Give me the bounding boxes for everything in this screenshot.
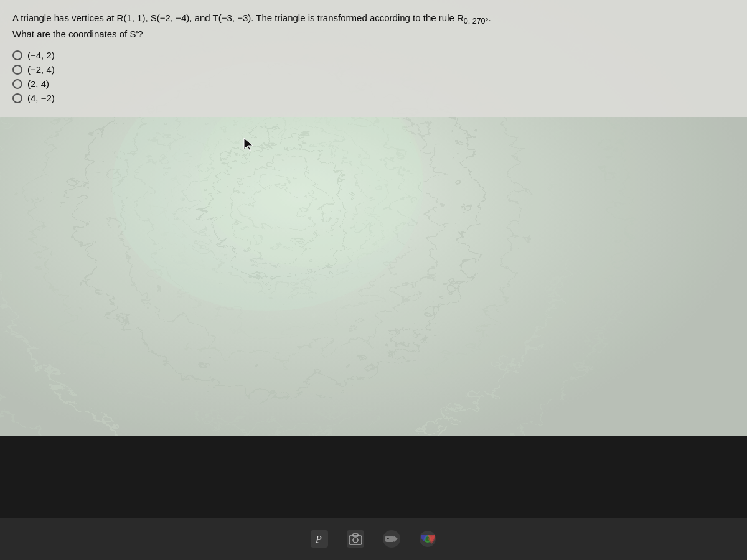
question-line2: What are the coordinates of S'? <box>12 29 143 39</box>
rule-subscript: 0, 270° <box>464 17 489 26</box>
question-panel: A triangle has vertices at R(1, 1), S(−2… <box>0 0 747 117</box>
radio-4[interactable] <box>12 93 22 103</box>
option-1-label: (−4, 2) <box>27 50 55 60</box>
radio-2[interactable] <box>12 65 22 75</box>
taskbar: P <box>0 518 747 560</box>
svg-rect-25 <box>387 538 389 539</box>
radio-3[interactable] <box>12 79 22 89</box>
option-2[interactable]: (−2, 4) <box>12 64 735 75</box>
radio-1[interactable] <box>12 50 22 60</box>
options-list: (−4, 2) (−2, 4) (2, 4) (4, −2) <box>12 50 735 103</box>
video-icon[interactable] <box>379 526 404 551</box>
svg-text:P: P <box>315 534 322 544</box>
p-app-icon[interactable]: P <box>307 526 332 551</box>
option-2-label: (−2, 4) <box>27 64 55 75</box>
chrome-icon[interactable] <box>415 526 440 551</box>
option-3[interactable]: (2, 4) <box>12 78 735 89</box>
option-4-label: (4, −2) <box>27 93 55 103</box>
question-line1: A triangle has vertices at R(1, 1), S(−2… <box>12 12 491 23</box>
option-1[interactable]: (−4, 2) <box>12 50 735 60</box>
option-3-label: (2, 4) <box>27 78 49 89</box>
camera-icon[interactable] <box>343 526 368 551</box>
option-4[interactable]: (4, −2) <box>12 93 735 103</box>
question-text: A triangle has vertices at R(1, 1), S(−2… <box>12 11 735 41</box>
